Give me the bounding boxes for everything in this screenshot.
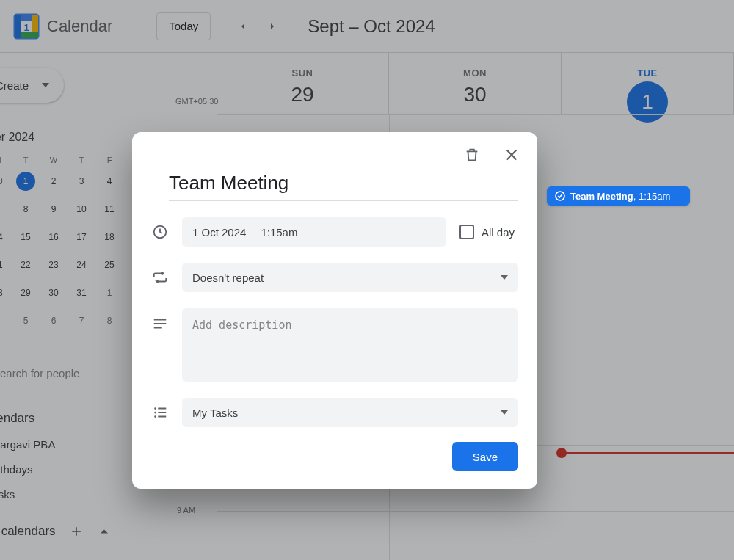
task-check-icon xyxy=(554,190,566,202)
svg-point-7 xyxy=(154,407,156,410)
svg-point-9 xyxy=(154,415,156,418)
chevron-down-icon xyxy=(501,410,508,415)
list-icon xyxy=(151,404,169,421)
event-chip[interactable]: Team Meeting, 1:15am xyxy=(547,186,690,206)
event-chip-title: Team Meeting, 1:15am xyxy=(570,191,670,202)
event-title-input[interactable] xyxy=(169,169,518,201)
description-icon xyxy=(151,316,169,332)
repeat-icon xyxy=(151,269,169,286)
all-day-toggle[interactable]: All day xyxy=(459,225,515,239)
svg-point-8 xyxy=(154,412,156,414)
task-list-select[interactable]: My Tasks xyxy=(182,398,518,427)
repeat-value: Doesn't repeat xyxy=(192,272,264,284)
save-button[interactable]: Save xyxy=(452,442,518,471)
all-day-label: All day xyxy=(482,226,515,239)
event-date: 1 Oct 2024 xyxy=(192,226,246,239)
clock-icon xyxy=(151,224,169,240)
checkbox-icon[interactable] xyxy=(459,225,474,239)
date-time-picker[interactable]: 1 Oct 2024 1:15am xyxy=(182,217,446,247)
close-icon[interactable] xyxy=(502,145,521,164)
event-time: 1:15am xyxy=(261,226,297,239)
trash-icon[interactable] xyxy=(462,145,482,164)
chevron-down-icon xyxy=(501,275,508,280)
description-input[interactable] xyxy=(182,308,518,382)
event-dialog: 1 Oct 2024 1:15am All day Doesn't repeat xyxy=(132,132,537,489)
repeat-select[interactable]: Doesn't repeat xyxy=(182,263,518,292)
task-list-value: My Tasks xyxy=(192,407,238,419)
